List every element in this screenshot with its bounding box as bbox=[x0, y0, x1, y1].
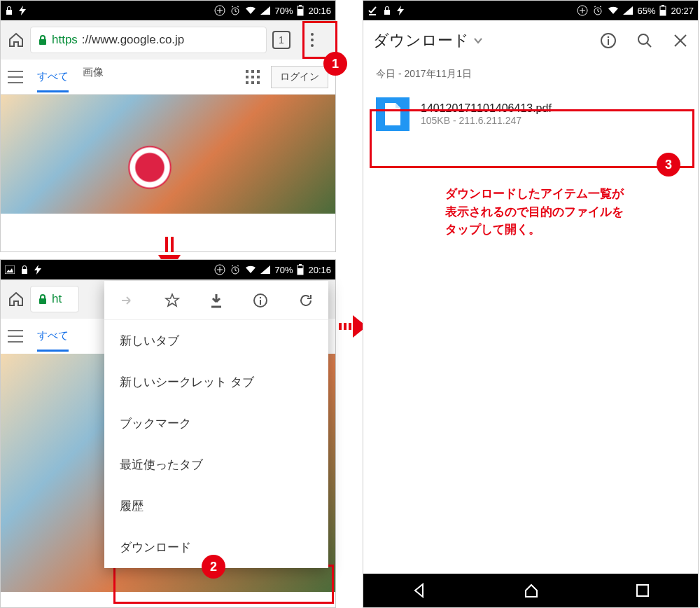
url-https: ht bbox=[52, 292, 62, 306]
screenshot-1-chrome-google: 70% 20:16 https://www.google.co.jp 1 すべて… bbox=[0, 0, 336, 252]
menu-item-incognito-tab[interactable]: 新しいシークレット タブ bbox=[104, 361, 328, 403]
lightning-icon bbox=[397, 6, 404, 15]
file-name: 140120171101406413.pdf bbox=[421, 102, 552, 115]
svg-rect-26 bbox=[39, 298, 46, 304]
hamburger-icon[interactable] bbox=[8, 330, 23, 343]
dropdown-triangle-icon[interactable] bbox=[473, 37, 483, 44]
apps-grid-icon[interactable] bbox=[246, 70, 260, 84]
clock-text: 20:27 bbox=[671, 6, 694, 16]
menu-item-history[interactable]: 履歴 bbox=[104, 485, 328, 527]
chrome-overflow-menu: 新しいタブ 新しいシークレット タブ ブックマーク 最近使ったタブ 履歴 ダウン… bbox=[104, 281, 328, 568]
clock-text: 20:16 bbox=[308, 6, 331, 16]
date-header: 今日 - 2017年11月1日 bbox=[363, 61, 698, 88]
svg-point-28 bbox=[260, 296, 261, 298]
file-host: 211.6.211.247 bbox=[459, 115, 522, 126]
lock-icon bbox=[383, 6, 391, 15]
tab-all[interactable]: すべて bbox=[37, 329, 69, 352]
file-meta: 105KB - 211.6.211.247 bbox=[421, 115, 552, 126]
svg-rect-20 bbox=[5, 265, 15, 274]
svg-rect-9 bbox=[246, 70, 248, 73]
badge-1: 1 bbox=[323, 52, 347, 76]
menu-item-recent-tabs[interactable]: 最近使ったタブ bbox=[104, 444, 328, 485]
downloads-header: ダウンロード bbox=[363, 20, 698, 61]
svg-rect-42 bbox=[637, 585, 648, 596]
alarm-icon bbox=[230, 264, 241, 275]
badge-2: 2 bbox=[202, 555, 225, 579]
clock-text: 20:16 bbox=[308, 265, 331, 275]
svg-rect-13 bbox=[251, 76, 254, 78]
file-size: 105KB bbox=[421, 115, 450, 126]
svg-point-41 bbox=[638, 34, 648, 44]
page-title: ダウンロード bbox=[373, 30, 469, 51]
lock-icon bbox=[38, 293, 48, 305]
battery-icon bbox=[659, 5, 666, 16]
recents-icon[interactable] bbox=[636, 583, 650, 597]
download-icon[interactable] bbox=[209, 293, 223, 308]
home-icon[interactable] bbox=[8, 32, 24, 48]
svg-point-8 bbox=[311, 44, 314, 47]
plus-circle-icon bbox=[214, 264, 225, 275]
status-bar: 70% 20:16 bbox=[1, 1, 335, 20]
hamburger-icon[interactable] bbox=[8, 71, 23, 83]
status-bar: 65% 20:27 bbox=[363, 1, 698, 20]
menu-item-bookmarks[interactable]: ブックマーク bbox=[104, 403, 328, 444]
menu-icon-row bbox=[104, 281, 328, 320]
info-icon[interactable] bbox=[600, 32, 617, 49]
tab-images[interactable]: 画像 bbox=[83, 66, 104, 88]
home-icon[interactable] bbox=[8, 291, 24, 308]
lock-icon bbox=[5, 6, 13, 15]
check-download-icon bbox=[368, 6, 377, 15]
svg-rect-29 bbox=[260, 300, 261, 305]
close-icon[interactable] bbox=[673, 33, 688, 48]
svg-rect-31 bbox=[344, 323, 346, 330]
wifi-icon bbox=[245, 265, 256, 274]
menu-item-new-tab[interactable]: 新しいタブ bbox=[104, 320, 328, 361]
status-bar: 70% 20:16 bbox=[1, 260, 335, 279]
back-icon[interactable] bbox=[412, 583, 427, 598]
svg-point-39 bbox=[608, 36, 610, 39]
forward-icon[interactable] bbox=[119, 293, 134, 308]
star-icon[interactable] bbox=[164, 293, 180, 308]
battery-icon bbox=[297, 5, 304, 16]
tab-count[interactable]: 1 bbox=[272, 31, 290, 49]
reload-icon[interactable] bbox=[298, 293, 314, 308]
svg-rect-16 bbox=[251, 81, 254, 84]
badge-3: 3 bbox=[657, 153, 680, 177]
battery-percent: 65% bbox=[637, 6, 655, 16]
download-item[interactable]: 140120171101406413.pdf 105KB - 211.6.211… bbox=[363, 88, 698, 141]
menu-button[interactable] bbox=[296, 24, 328, 56]
signal-icon bbox=[260, 265, 270, 274]
google-doodle[interactable] bbox=[1, 95, 335, 214]
info-icon[interactable] bbox=[253, 293, 268, 308]
signal-icon bbox=[260, 6, 270, 15]
svg-rect-17 bbox=[257, 81, 260, 84]
lock-icon bbox=[20, 265, 29, 275]
tab-all[interactable]: すべて bbox=[37, 70, 69, 92]
alarm-icon bbox=[592, 5, 603, 16]
svg-rect-12 bbox=[246, 76, 248, 78]
svg-rect-5 bbox=[39, 39, 46, 45]
lightning-icon bbox=[34, 265, 41, 275]
svg-rect-25 bbox=[299, 264, 302, 265]
annotation-note: ダウンロードしたアイテム一覧が 表示されるので目的のファイルを タップして開く。 bbox=[445, 185, 624, 239]
svg-rect-3 bbox=[298, 9, 303, 15]
url-rest: ://www.google.co.jp bbox=[82, 33, 184, 47]
screenshot-3-downloads: 65% 20:27 ダウンロード 今日 - 2017年11月1日 1401201… bbox=[363, 0, 699, 608]
wifi-icon bbox=[608, 6, 619, 15]
home-nav-icon[interactable] bbox=[524, 583, 539, 598]
image-icon bbox=[5, 265, 15, 274]
google-header: すべて 画像 ログイン bbox=[1, 60, 335, 95]
svg-rect-36 bbox=[660, 10, 666, 15]
battery-percent: 70% bbox=[274, 6, 293, 16]
android-navbar bbox=[363, 574, 698, 607]
svg-rect-37 bbox=[662, 5, 664, 6]
login-button[interactable]: ログイン bbox=[271, 66, 328, 88]
url-bar[interactable]: https://www.google.co.jp bbox=[30, 27, 267, 53]
url-bar[interactable]: ht bbox=[30, 286, 79, 312]
battery-icon bbox=[297, 264, 304, 275]
svg-rect-14 bbox=[257, 76, 260, 78]
search-icon[interactable] bbox=[636, 32, 653, 49]
svg-rect-30 bbox=[339, 323, 342, 330]
signal-icon bbox=[623, 6, 633, 15]
wifi-icon bbox=[245, 6, 256, 15]
